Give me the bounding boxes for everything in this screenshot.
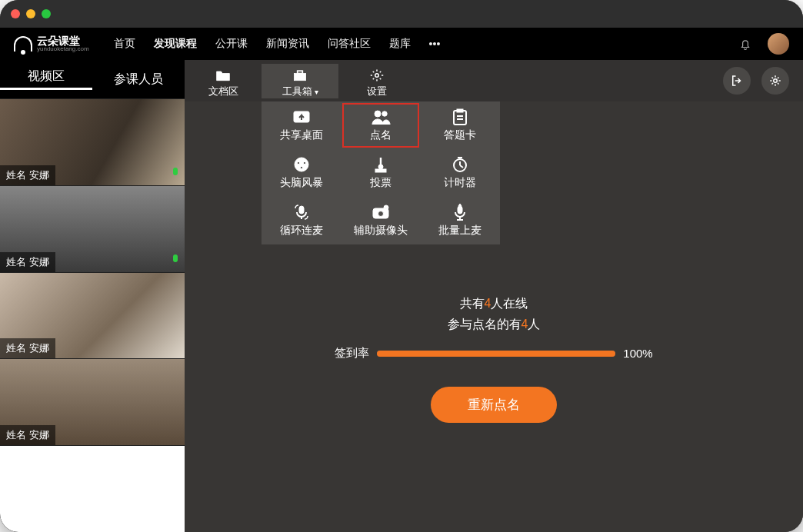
rate-progress-fill — [377, 351, 615, 357]
bell-icon[interactable] — [738, 37, 752, 51]
brand-domain: yunduoketang.com — [37, 46, 89, 52]
share-screen-icon — [292, 108, 311, 125]
rate-label: 签到率 — [335, 346, 369, 361]
participant-name: 姓名 安娜 — [0, 425, 55, 445]
timer-icon — [451, 156, 468, 173]
nav-bank[interactable]: 题库 — [388, 34, 412, 54]
participant-name: 姓名 安娜 — [0, 252, 55, 272]
tool-vote[interactable]: 投票 — [341, 149, 420, 197]
video-cell[interactable]: 姓名 安娜 — [0, 272, 185, 359]
svg-rect-0 — [173, 168, 178, 175]
tool-roll-call[interactable]: 点名 — [341, 101, 420, 149]
video-list: 姓名 安娜 姓名 安娜 姓名 安娜 姓名 安娜 — [0, 98, 185, 532]
svg-point-4 — [375, 73, 379, 77]
exit-icon — [730, 74, 744, 88]
tool-brainstorm[interactable]: 头脑风暴 — [262, 149, 341, 197]
chevron-down-icon: ▾ — [315, 88, 318, 96]
svg-text:+: + — [385, 205, 388, 210]
nav-news[interactable]: 新闻资讯 — [265, 34, 311, 54]
people-icon — [371, 108, 391, 125]
sidebar: 视频区 参课人员 姓名 安娜 姓名 安娜 姓名 安娜 姓名 安娜 — [0, 60, 185, 532]
svg-point-13 — [303, 161, 305, 164]
cloud-icon — [14, 36, 32, 52]
window-close-dot[interactable] — [11, 9, 20, 18]
svg-rect-18 — [299, 206, 304, 214]
mic-cycle-icon — [293, 204, 310, 221]
attendance-rate-row: 签到率 100% — [335, 346, 652, 361]
nav-qa[interactable]: 问答社区 — [326, 34, 372, 54]
main-area: 文档区 工具箱▾ 设置 — [185, 60, 803, 532]
svg-rect-3 — [298, 71, 303, 73]
brainstorm-icon — [293, 156, 310, 173]
svg-point-7 — [375, 111, 381, 117]
participant-name: 姓名 安娜 — [0, 338, 55, 358]
tool-batch-mic[interactable]: 批量上麦 — [421, 197, 500, 244]
svg-rect-16 — [375, 169, 386, 172]
microphone-icon — [171, 254, 180, 266]
nav-more-icon[interactable]: ••• — [428, 35, 442, 53]
toolbar-label: 工具箱 — [282, 85, 312, 97]
svg-point-8 — [382, 111, 387, 116]
answer-card-icon — [452, 108, 468, 125]
window-maximize-dot[interactable] — [42, 9, 51, 18]
rollcall-count-line: 参与点名的有4人 — [448, 317, 541, 333]
tool-answer-card[interactable]: 答题卡 — [421, 101, 500, 149]
tab-participants[interactable]: 参课人员 — [92, 71, 185, 88]
svg-point-11 — [295, 158, 308, 171]
tool-label: 辅助摄像头 — [354, 224, 408, 238]
tool-aux-camera[interactable]: + 辅助摄像头 — [341, 197, 420, 244]
tool-label: 计时器 — [444, 176, 476, 190]
toolbox-icon — [292, 68, 308, 82]
video-cell-empty — [0, 445, 185, 532]
microphone-icon — [171, 167, 180, 179]
svg-rect-23 — [458, 206, 462, 214]
toolbar-label: 文档区 — [208, 85, 238, 98]
sidebar-tabs: 视频区 参课人员 — [0, 60, 185, 98]
nav-open-course[interactable]: 公开课 — [214, 34, 249, 54]
folder-icon — [215, 68, 231, 82]
top-nav: 云朵课堂 yunduoketang.com 首页 发现课程 公开课 新闻资讯 问… — [0, 28, 803, 60]
svg-point-20 — [378, 211, 383, 217]
batch-mic-icon — [452, 204, 468, 221]
tool-label: 批量上麦 — [438, 224, 481, 238]
video-cell[interactable]: 姓名 安娜 — [0, 185, 185, 272]
video-cell[interactable]: 姓名 安娜 — [0, 358, 185, 445]
gear-icon — [369, 68, 385, 82]
exit-button[interactable] — [723, 67, 751, 95]
app-window: 云朵课堂 yunduoketang.com 首页 发现课程 公开课 新闻资讯 问… — [0, 0, 803, 532]
svg-point-15 — [378, 165, 383, 169]
tool-label: 点名 — [370, 128, 392, 142]
brand-logo[interactable]: 云朵课堂 yunduoketang.com — [14, 35, 89, 52]
window-titlebar — [0, 0, 803, 28]
svg-rect-2 — [295, 73, 306, 80]
tool-label: 循环连麦 — [280, 224, 323, 238]
rate-progress-bar — [377, 351, 615, 357]
tab-video-area[interactable]: 视频区 — [0, 68, 92, 90]
redo-rollcall-button[interactable]: 重新点名 — [431, 387, 557, 423]
vote-icon — [373, 156, 388, 173]
nav-discover[interactable]: 发现课程 — [152, 34, 198, 54]
toolbar-toolbox[interactable]: 工具箱▾ — [262, 64, 338, 98]
toolbar-settings[interactable]: 设置 — [338, 64, 415, 98]
video-cell[interactable]: 姓名 安娜 — [0, 98, 185, 185]
tool-share-screen[interactable]: 共享桌面 — [262, 101, 341, 149]
main-toolbar: 文档区 工具箱▾ 设置 — [185, 60, 803, 101]
svg-point-14 — [300, 166, 302, 168]
nav-home[interactable]: 首页 — [112, 34, 137, 54]
tool-mic-cycle[interactable]: 循环连麦 — [262, 197, 341, 244]
settings-button[interactable] — [761, 67, 789, 95]
tool-label: 头脑风暴 — [280, 176, 323, 190]
tool-timer[interactable]: 计时器 — [421, 149, 500, 197]
online-count-line: 共有4人在线 — [460, 296, 528, 312]
tool-label: 答题卡 — [444, 128, 476, 142]
svg-point-12 — [297, 161, 299, 164]
tool-label: 共享桌面 — [280, 128, 323, 142]
svg-rect-9 — [454, 111, 466, 125]
toolbar-docs[interactable]: 文档区 — [185, 64, 262, 98]
rate-percent: 100% — [623, 347, 652, 360]
user-avatar[interactable] — [768, 33, 789, 55]
aux-camera-icon: + — [372, 204, 390, 221]
window-minimize-dot[interactable] — [26, 9, 35, 18]
svg-point-5 — [774, 79, 778, 83]
tool-label: 投票 — [370, 176, 392, 190]
